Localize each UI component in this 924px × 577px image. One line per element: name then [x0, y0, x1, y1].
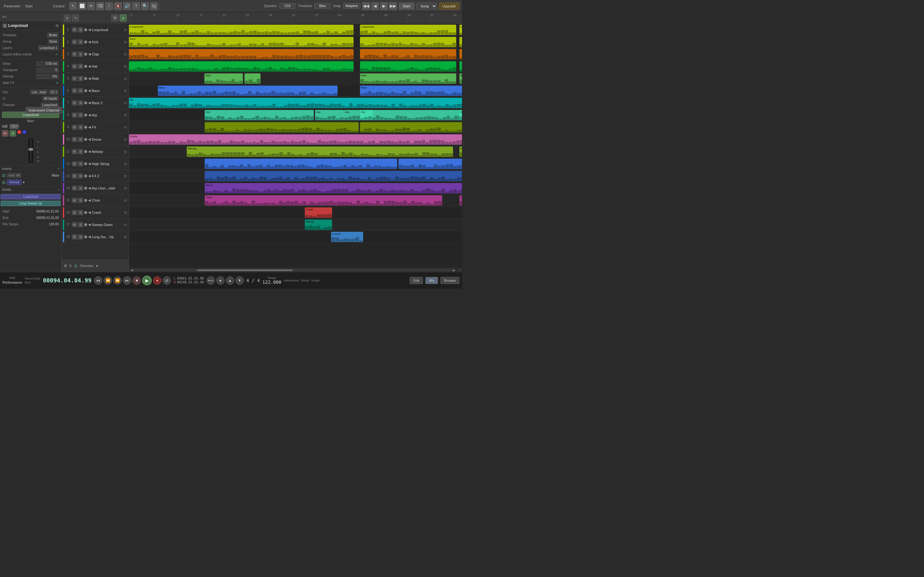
- note-fx-add-icon[interactable]: +: [56, 80, 59, 85]
- line-btn[interactable]: /: [105, 2, 113, 10]
- s-button[interactable]: S: [10, 130, 16, 137]
- clip-8-4[interactable]: Arp: [459, 110, 462, 120]
- record-btn[interactable]: ●: [153, 276, 162, 285]
- track-m-btn-9[interactable]: M: [72, 125, 77, 130]
- prev-btn[interactable]: ⏮: [94, 276, 102, 285]
- transpose-value[interactable]: 0: [36, 68, 59, 73]
- fader-thumb[interactable]: [29, 148, 33, 151]
- m-button[interactable]: M: [2, 130, 8, 137]
- clip-12-1[interactable]: [399, 159, 462, 169]
- fast-fwd-btn[interactable]: ⏩: [113, 276, 121, 285]
- track-row-3[interactable]: 3MS◀Clap≋: [61, 48, 129, 60]
- nav-btn-1[interactable]: ◀◀: [362, 2, 370, 10]
- clip-9-1[interactable]: [360, 122, 462, 132]
- track-s-btn-9[interactable]: S: [78, 125, 83, 130]
- track-m-btn-14[interactable]: M: [72, 185, 77, 191]
- track-m-btn-8[interactable]: M: [72, 113, 77, 118]
- track-row-17[interactable]: 17MS◀Sweep Down≋: [61, 219, 129, 231]
- iq-btn[interactable]: IQ: [150, 2, 158, 10]
- track-row-15[interactable]: 15MS◀Choir≋: [61, 194, 129, 206]
- clip-2-0[interactable]: Kick: [129, 37, 354, 47]
- nav-btn-2[interactable]: ◀: [371, 2, 379, 10]
- track-row-12[interactable]: 12MS◀High String≋: [61, 158, 129, 170]
- track-m-btn-16[interactable]: M: [72, 210, 77, 215]
- loop-btn[interactable]: ⇄: [163, 276, 171, 285]
- clip-11-1[interactable]: Melody: [459, 147, 462, 157]
- overview-arrow[interactable]: ▾: [96, 264, 98, 268]
- delay-value[interactable]: 0.00 ms: [36, 61, 59, 66]
- clip-6-0[interactable]: Bass: [158, 85, 338, 96]
- group-dropdown[interactable]: None: [48, 39, 59, 44]
- clip-3-1[interactable]: [360, 49, 456, 59]
- layers-follow-row[interactable]: Layers follow events ✓: [3, 51, 59, 57]
- track-m-btn-18[interactable]: M: [72, 234, 77, 239]
- track-row-10[interactable]: 10MS◀Drone≋: [61, 133, 129, 145]
- clip-4-0[interactable]: [129, 61, 354, 71]
- track-s-btn-17[interactable]: S: [78, 222, 83, 227]
- loopcloud-dropdown[interactable]: Intensit: [7, 179, 21, 185]
- mute-btn[interactable]: 🔇: [114, 2, 122, 10]
- browse-btn[interactable]: Browse: [441, 277, 459, 284]
- tc-btn-d[interactable]: ▼: [236, 276, 244, 285]
- clip-5-2[interactable]: Ride: [360, 73, 456, 84]
- track-list-menu-btn[interactable]: ≡: [63, 15, 71, 21]
- clip-8-1[interactable]: Arp: [315, 110, 344, 120]
- velocity-value[interactable]: 0%: [36, 74, 59, 79]
- track-s-btn-15[interactable]: S: [78, 198, 83, 203]
- track-s-btn-12[interactable]: S: [78, 161, 83, 166]
- select-btn[interactable]: ⬜: [78, 2, 86, 10]
- track-row-7[interactable]: 7MS◀Bass 2≋: [61, 97, 129, 109]
- next-btn[interactable]: ⏭: [123, 276, 131, 285]
- mix-btn[interactable]: Mix: [425, 277, 438, 284]
- track-row-9[interactable]: 9MS◀FX≋: [61, 121, 129, 133]
- clip-5-3[interactable]: Ride: [459, 73, 462, 84]
- track-s-btn-10[interactable]: S: [78, 137, 83, 142]
- track-m-btn-1[interactable]: M: [72, 27, 77, 32]
- track-row-5[interactable]: 5MS◀Ride≋: [61, 73, 129, 85]
- upgrade-btn[interactable]: Upgrade: [439, 3, 459, 10]
- track-s-btn-18[interactable]: S: [78, 234, 83, 239]
- track-m-btn-17[interactable]: M: [72, 222, 77, 227]
- track-m-btn-6[interactable]: M: [72, 88, 77, 93]
- clip-10-0[interactable]: Drone: [129, 134, 462, 145]
- fader-container[interactable]: 10 0 -6 -12 -24: [27, 138, 34, 163]
- track-m-btn-13[interactable]: M: [72, 173, 77, 179]
- out-ch-dropdown[interactable]: Ch 1: [49, 90, 59, 95]
- track-row-18[interactable]: 18MS◀Long Sw... Up≋: [61, 231, 129, 243]
- track-row-16[interactable]: 16MS◀Crash≋: [61, 206, 129, 219]
- clip-6-1[interactable]: Bass: [360, 85, 462, 96]
- track-m-btn-3[interactable]: M: [72, 52, 77, 57]
- clip-14-0[interactable]: Arp U: [205, 183, 462, 193]
- clip-4-1[interactable]: [360, 61, 456, 71]
- scrollbar-track[interactable]: [133, 269, 453, 271]
- pointer-btn[interactable]: ↖: [69, 2, 77, 10]
- volume-btn[interactable]: 🔊: [123, 2, 131, 10]
- track-m-btn-11[interactable]: M: [72, 149, 77, 154]
- song-dropdown[interactable]: Song: [417, 3, 437, 10]
- scroll-left-icon[interactable]: ◀: [130, 268, 133, 272]
- quantize-value[interactable]: 1/16: [279, 3, 296, 9]
- track-s-btn-4[interactable]: S: [78, 64, 83, 69]
- track-s-btn-13[interactable]: S: [78, 173, 83, 179]
- clip-4-2[interactable]: [459, 61, 462, 71]
- start-btn[interactable]: Start: [399, 3, 415, 10]
- clip-16-0[interactable]: Crash: [305, 207, 332, 218]
- layers-dropdown[interactable]: Loopcloud 1: [38, 45, 59, 50]
- tc-btn-b[interactable]: ●: [216, 276, 225, 285]
- track-m-btn-5[interactable]: M: [72, 76, 77, 81]
- rewind-btn[interactable]: ⏪: [103, 276, 112, 285]
- clip-15-1[interactable]: Choir: [459, 195, 462, 205]
- key-value[interactable]: <C>: [10, 124, 19, 129]
- clip-1-1[interactable]: Loopcloud: [360, 25, 456, 35]
- clip-8-0[interactable]: Arp: [205, 110, 314, 120]
- play-btn[interactable]: ▶: [142, 276, 152, 285]
- help-btn[interactable]: ?: [132, 2, 140, 10]
- track-row-2[interactable]: 2MS◀Kick≋: [61, 36, 129, 48]
- clip-12-0[interactable]: [205, 159, 397, 169]
- tempo-value[interactable]: 122.000: [262, 279, 281, 285]
- track-m-btn-4[interactable]: M: [72, 64, 77, 69]
- snap-value[interactable]: Adaptive: [343, 3, 360, 9]
- insert-add-icon[interactable]: +: [57, 167, 59, 171]
- clip-2-1[interactable]: [360, 37, 456, 47]
- track-s-btn-3[interactable]: S: [78, 52, 83, 57]
